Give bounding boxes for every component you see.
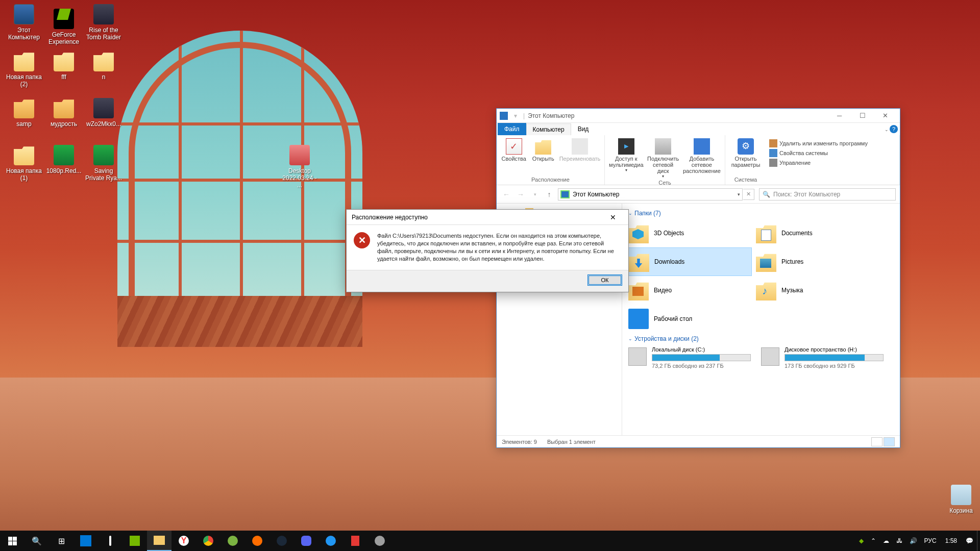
desktop-icon[interactable]: GeForce Experience	[45, 4, 83, 45]
desktop-icon[interactable]: samp	[5, 98, 43, 128]
tb-yandex[interactable]: Y	[172, 531, 196, 551]
desktop-icon[interactable]: wZo2Mkx0...	[85, 98, 122, 128]
tray-lang[interactable]: РУС	[921, 531, 940, 551]
address-bar[interactable]: Этот Компьютер ▾ ✕	[558, 188, 743, 201]
tb-app-2[interactable]	[98, 531, 122, 551]
tb-app-4[interactable]	[245, 531, 270, 551]
folder-item[interactable]: 3D Objects	[624, 219, 752, 247]
folder-icon	[629, 252, 649, 272]
close-button[interactable]: ✕	[874, 109, 897, 123]
ribbon-media[interactable]: Доступ к мультимедиа▾	[609, 137, 644, 172]
desktop-icon-label: Desktop 2022.03.24 - ...	[281, 167, 318, 189]
desktop-icon-image	[951, 485, 971, 505]
tray-nvidia-icon[interactable]: ◆	[855, 531, 867, 551]
ribbon: Свойства Открыть Переименовать Расположе…	[497, 135, 900, 185]
tb-steam[interactable]	[270, 531, 294, 551]
drive-icon	[628, 347, 647, 366]
ribbon-params[interactable]: Открыть параметры	[729, 137, 762, 168]
drive-free-text: 173 ГБ свободно из 929 ГБ	[785, 363, 884, 369]
taskview-button[interactable]: ⊞	[49, 531, 74, 551]
taskbar: 🔍 ⊞ Y ◆ ⌃ ☁ 🖧 🔊 РУС 1:58 💬	[0, 531, 980, 551]
folder-label: Музыка	[781, 287, 803, 294]
ribbon-uninstall[interactable]: Удалить или изменить программу	[769, 139, 868, 147]
folder-item[interactable]: Видео	[624, 276, 752, 305]
tray-clock[interactable]: 1:58	[940, 537, 962, 544]
desktop-icon[interactable]: Desktop 2022.03.24 - ...	[281, 145, 318, 189]
desktop-icon[interactable]: Rise of the Tomb Raider	[85, 4, 122, 41]
pc-icon	[560, 190, 570, 198]
desktop-icon-label: Новая папка (2)	[5, 73, 43, 88]
tab-file[interactable]: Файл	[498, 123, 526, 135]
tb-app-1[interactable]	[74, 531, 98, 551]
drive-label: Локальный диск (C:)	[652, 346, 751, 353]
tray-notifications-icon[interactable]: 💬	[962, 531, 977, 551]
tb-nvidia[interactable]	[122, 531, 147, 551]
desktop-icon[interactable]: Корзина	[942, 485, 980, 514]
view-tiles-button[interactable]	[884, 437, 895, 446]
tray-volume-icon[interactable]: 🔊	[906, 531, 921, 551]
search-box[interactable]: 🔍 Поиск: Этот Компьютер	[759, 188, 896, 201]
tray-onedrive-icon[interactable]: ☁	[879, 531, 893, 551]
desktop-icon[interactable]: мудрость	[45, 98, 83, 128]
desktop-icon[interactable]: fff	[45, 51, 83, 81]
tb-explorer[interactable]	[147, 531, 172, 551]
help-icon[interactable]: ?	[890, 125, 898, 133]
folder-item[interactable]: Documents	[752, 219, 879, 247]
dialog-titlebar[interactable]: Расположение недоступно ✕	[347, 210, 628, 225]
desktop-icon[interactable]: n	[85, 51, 122, 81]
desktop-icon[interactable]: Новая папка (2)	[5, 51, 43, 88]
tb-app-6[interactable]	[318, 531, 343, 551]
folder-item[interactable]: Музыка	[752, 276, 879, 305]
dialog-ok-button[interactable]: ОК	[587, 274, 622, 286]
desktop-icon-label: 1080p.Red...	[45, 167, 83, 174]
ribbon-sysprops[interactable]: Свойства системы	[769, 149, 868, 157]
ribbon-manage[interactable]: Управление	[769, 159, 868, 167]
ribbon-addnet[interactable]: Добавить сетевое расположение	[683, 137, 721, 174]
tray-network-icon[interactable]: 🖧	[893, 531, 906, 551]
folder-item[interactable]: Рабочий стол	[624, 305, 752, 333]
search-button[interactable]: 🔍	[24, 531, 49, 551]
ribbon-open[interactable]: Открыть	[530, 137, 557, 162]
ribbon-properties[interactable]: Свойства	[501, 137, 527, 162]
nav-recent[interactable]: ▾	[529, 189, 541, 200]
drives-header[interactable]: ⌄Устройства и диски (2)	[624, 333, 898, 344]
minimize-button[interactable]: ─	[828, 109, 851, 123]
nav-back[interactable]: ←	[501, 189, 512, 200]
tray-expand-icon[interactable]: ⌃	[867, 531, 879, 551]
tab-view[interactable]: Вид	[571, 123, 596, 135]
start-button[interactable]	[0, 531, 24, 551]
desktop-icon-label: Этот Компьютер	[5, 27, 43, 41]
desktop-icon-image	[93, 4, 114, 24]
folder-item[interactable]: Pictures	[752, 247, 879, 276]
ribbon-netdrive[interactable]: Подключить сетевой диск▾	[647, 137, 680, 179]
desktop-icon[interactable]: Этот Компьютер	[5, 4, 43, 41]
desktop-icon-image	[93, 145, 114, 165]
view-details-button[interactable]	[871, 437, 883, 446]
tb-chrome[interactable]	[196, 531, 220, 551]
dialog-close-button[interactable]: ✕	[603, 210, 623, 224]
refresh-button[interactable]: ✕	[743, 189, 754, 200]
tb-app-8[interactable]	[368, 531, 392, 551]
maximize-button[interactable]: ☐	[851, 109, 874, 123]
desktop-icon[interactable]: Новая папка (1)	[5, 145, 43, 182]
folder-label: Рабочий стол	[654, 315, 692, 322]
desktop-icon-label: n	[85, 73, 122, 81]
desktop-icon-label: Saving Private Rya...	[85, 167, 122, 182]
nav-forward[interactable]: →	[515, 189, 526, 200]
tab-computer[interactable]: Компьютер	[526, 123, 571, 135]
tb-app-7[interactable]	[343, 531, 368, 551]
desktop-icon[interactable]: Saving Private Rya...	[85, 145, 122, 182]
show-desktop[interactable]	[977, 531, 980, 551]
status-bar: Элементов: 9 Выбран 1 элемент	[497, 435, 900, 447]
tb-app-5[interactable]	[294, 531, 318, 551]
drive-item[interactable]: Локальный диск (C:)73,2 ГБ свободно из 2…	[628, 346, 751, 369]
nav-up[interactable]: ↑	[544, 189, 555, 200]
drive-item[interactable]: Дисковое пространство (H:)173 ГБ свободн…	[761, 346, 884, 369]
explorer-titlebar[interactable]: ▾| Этот Компьютер ─ ☐ ✕	[497, 109, 900, 123]
ribbon-collapse-icon[interactable]: ⌄	[885, 127, 889, 132]
folder-item[interactable]: Downloads	[624, 247, 752, 276]
tb-app-3[interactable]	[220, 531, 245, 551]
desktop-icon[interactable]: 1080p.Red...	[45, 145, 83, 174]
folders-header[interactable]: ⌄Папки (7)	[624, 208, 898, 219]
desktop-icon-label: Новая папка (1)	[5, 167, 43, 182]
